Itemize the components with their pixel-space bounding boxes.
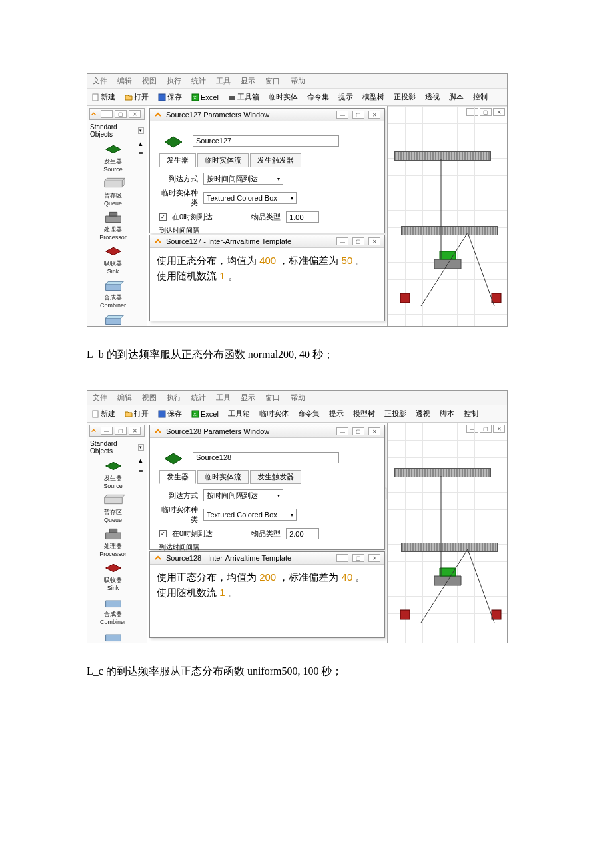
tb-tip[interactable]: 提示: [338, 92, 353, 102]
menu-view[interactable]: 视图: [142, 393, 157, 401]
kind-select[interactable]: Textured Colored Box: [203, 192, 297, 204]
tb-ortho[interactable]: 正投影: [384, 409, 406, 419]
tb-persp[interactable]: 透视: [416, 409, 430, 419]
tb-script[interactable]: 脚本: [440, 409, 454, 419]
menu-exec[interactable]: 执行: [167, 393, 181, 401]
menu-tool[interactable]: 工具: [216, 77, 231, 85]
obj-queue[interactable]: 暂存区Queue: [87, 490, 139, 524]
menu-edit[interactable]: 编辑: [117, 77, 132, 85]
tab-flow[interactable]: 临时实体流: [197, 153, 249, 167]
tb-ctrl[interactable]: 控制: [464, 409, 478, 419]
scroll-box-icon[interactable]: ≡: [139, 466, 147, 474]
tab-generator[interactable]: 发生器: [159, 153, 196, 167]
scroll-up-icon[interactable]: ▴: [139, 139, 147, 148]
obj-source[interactable]: 发生器Source: [87, 139, 139, 173]
dropdown-icon[interactable]: ▾: [138, 444, 144, 451]
close-icon[interactable]: ✕: [368, 237, 380, 245]
tb-toolbox[interactable]: 工具箱: [228, 409, 250, 419]
obj-processor[interactable]: 处理器Processor: [87, 207, 139, 241]
tb-cmdset[interactable]: 命令集: [298, 409, 320, 419]
tab-generator[interactable]: 发生器: [159, 470, 196, 484]
close-icon[interactable]: ✕: [368, 111, 380, 119]
min-icon[interactable]: —: [336, 554, 348, 562]
close-icon[interactable]: ✕: [368, 427, 380, 435]
obj-processor[interactable]: 处理器Processor: [87, 524, 139, 558]
min-icon[interactable]: —: [336, 237, 348, 245]
tb-persp[interactable]: 透视: [425, 92, 440, 102]
menu-win[interactable]: 窗口: [265, 393, 280, 401]
max-icon[interactable]: ▢: [115, 427, 127, 435]
tb-ortho[interactable]: 正投影: [394, 92, 416, 102]
obj-combiner[interactable]: 合成器Combiner: [87, 275, 139, 309]
menu-stat[interactable]: 统计: [191, 77, 206, 85]
source-name-input[interactable]: [193, 452, 339, 463]
tb-excel[interactable]: XExcel: [191, 410, 219, 418]
close-icon[interactable]: ✕: [368, 554, 380, 562]
tab-trigger[interactable]: 发生触发器: [250, 470, 301, 484]
tb-excel[interactable]: XExcel: [191, 93, 219, 101]
tb-save[interactable]: 保存: [158, 92, 182, 102]
menu-view[interactable]: 视图: [142, 77, 157, 85]
scroll-up-icon[interactable]: ▴: [139, 456, 147, 465]
min-icon[interactable]: —: [101, 110, 113, 118]
min-icon[interactable]: —: [336, 427, 348, 435]
max-icon[interactable]: ▢: [352, 554, 364, 562]
tb-tree[interactable]: 模型树: [353, 409, 375, 419]
tb-tip[interactable]: 提示: [329, 409, 344, 419]
tb-open[interactable]: 打开: [125, 92, 149, 102]
max-icon[interactable]: ▢: [115, 110, 127, 118]
tb-new[interactable]: 新建: [91, 92, 115, 102]
obj-sink[interactable]: 吸收器Sink: [87, 558, 139, 592]
obj-sink[interactable]: 吸收器Sink: [87, 241, 139, 275]
obj-source[interactable]: 发生器Source: [87, 456, 139, 490]
menu-file[interactable]: 文件: [93, 393, 107, 401]
menu-win[interactable]: 窗口: [265, 77, 280, 85]
obj-separator[interactable]: 分解器Separator: [87, 626, 139, 643]
menu-stat[interactable]: 统计: [191, 393, 206, 401]
itemtype-input[interactable]: [286, 211, 319, 223]
arrive-select[interactable]: 按时间间隔到达: [203, 173, 283, 185]
menu-exec[interactable]: 执行: [167, 77, 181, 85]
menu-disp[interactable]: 显示: [241, 77, 255, 85]
tb-toolbox[interactable]: 工具箱: [228, 92, 259, 102]
zero-checkbox[interactable]: ✓: [159, 213, 167, 221]
menu-edit[interactable]: 编辑: [117, 393, 132, 401]
template-title: Source127 - Inter-Arrivaltime Template: [166, 237, 332, 245]
kind-select[interactable]: Textured Colored Box: [203, 509, 297, 521]
max-icon[interactable]: ▢: [352, 111, 364, 119]
menu-help[interactable]: 帮助: [291, 393, 305, 401]
obj-separator[interactable]: 分解器Separator: [87, 309, 139, 326]
tab-flow[interactable]: 临时实体流: [197, 470, 249, 484]
menu-disp[interactable]: 显示: [241, 393, 255, 401]
min-icon[interactable]: —: [336, 111, 348, 119]
tb-ctrl[interactable]: 控制: [473, 92, 488, 102]
canvas-3d[interactable]: —▢✕: [387, 106, 507, 326]
close-icon[interactable]: ✕: [129, 427, 141, 435]
max-icon[interactable]: ▢: [352, 427, 364, 435]
tb-open[interactable]: 打开: [125, 409, 149, 419]
zero-checkbox[interactable]: ✓: [159, 530, 167, 537]
obj-combiner[interactable]: 合成器Combiner: [87, 592, 139, 626]
min-icon[interactable]: —: [101, 427, 113, 435]
tb-rtflow[interactable]: 临时实体: [259, 409, 289, 419]
tab-trigger[interactable]: 发生触发器: [250, 153, 301, 167]
tb-new[interactable]: 新建: [91, 409, 115, 419]
tb-rtflow[interactable]: 临时实体: [269, 92, 298, 102]
max-icon[interactable]: ▢: [352, 237, 364, 245]
menu-file[interactable]: 文件: [93, 77, 107, 85]
template-window: Source128 - Inter-Arrivaltime Template —…: [149, 551, 385, 638]
obj-queue[interactable]: 暂存区Queue: [87, 173, 139, 207]
tb-cmdset[interactable]: 命令集: [307, 92, 329, 102]
tb-tree[interactable]: 模型树: [362, 92, 384, 102]
arrive-select[interactable]: 按时间间隔到达: [203, 489, 283, 501]
tb-save[interactable]: 保存: [158, 409, 182, 419]
menu-help[interactable]: 帮助: [291, 77, 305, 85]
tb-script[interactable]: 脚本: [449, 92, 464, 102]
menu-tool[interactable]: 工具: [216, 393, 231, 401]
itemtype-input[interactable]: [286, 528, 319, 539]
canvas-3d[interactable]: —▢✕: [387, 423, 507, 643]
dropdown-icon[interactable]: ▾: [138, 127, 144, 134]
source-name-input[interactable]: [193, 135, 339, 147]
scroll-box-icon[interactable]: ≡: [139, 149, 147, 157]
close-icon[interactable]: ✕: [129, 110, 141, 118]
